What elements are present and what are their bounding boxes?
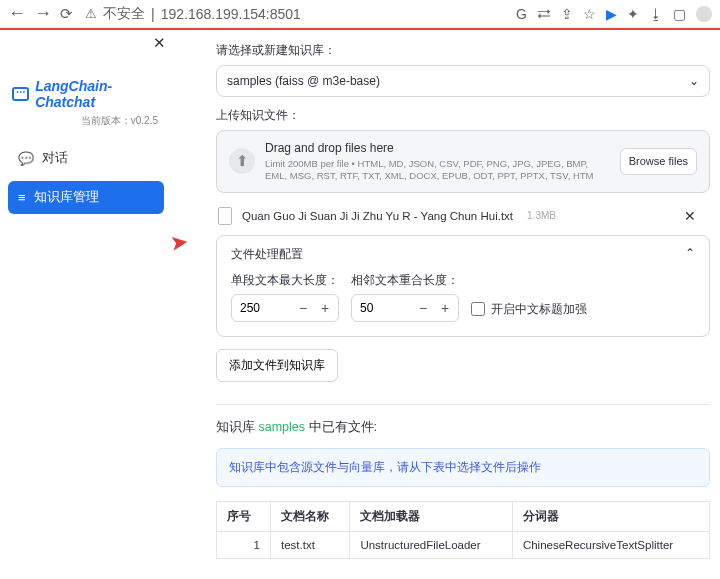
- overlap-input[interactable]: [352, 301, 412, 315]
- minus-button[interactable]: −: [412, 300, 434, 316]
- copy-icon[interactable]: ▢: [673, 6, 686, 22]
- overlap-stepper[interactable]: − +: [351, 294, 459, 322]
- col-index: 序号: [217, 501, 271, 531]
- sidebar: ✕ LangChain-Chatchat 当前版本：v0.2.5 💬 对话 ≡ …: [0, 30, 172, 579]
- browse-files-button[interactable]: Browse files: [620, 148, 697, 175]
- translate-icon[interactable]: ⮂: [537, 6, 551, 22]
- insecure-label: 不安全: [103, 5, 145, 23]
- version-label: 当前版本：v0.2.5: [8, 114, 158, 128]
- kb-name-highlight: samples: [258, 420, 305, 434]
- kb-select[interactable]: samples (faiss @ m3e-base) ⌄: [216, 65, 710, 97]
- cell-splitter: ChineseRecursiveTextSplitter: [512, 531, 709, 558]
- brand-logo: LangChain-Chatchat: [12, 78, 164, 110]
- close-sidebar-icon[interactable]: ✕: [153, 34, 166, 52]
- divider: [216, 404, 710, 405]
- max-len-stepper[interactable]: − +: [231, 294, 339, 322]
- reload-button[interactable]: ⟳: [60, 5, 73, 23]
- chevron-down-icon: ⌄: [689, 74, 699, 88]
- minus-button[interactable]: −: [292, 300, 314, 316]
- puzzle-icon[interactable]: ✦: [627, 6, 639, 22]
- plus-button[interactable]: +: [314, 300, 336, 316]
- forward-button[interactable]: →: [34, 3, 52, 24]
- google-icon[interactable]: G: [516, 6, 527, 22]
- cn-title-enhance-checkbox[interactable]: 开启中文标题加强: [471, 301, 587, 318]
- collapse-icon[interactable]: ⌃: [685, 246, 695, 263]
- upload-cloud-icon: ⬆: [229, 148, 255, 174]
- col-splitter: 分词器: [512, 501, 709, 531]
- uploaded-file-row: Quan Guo Ji Suan Ji Ji Zhu Yu R - Yang C…: [216, 203, 710, 235]
- brand-text: LangChain-Chatchat: [35, 78, 164, 110]
- file-name: Quan Guo Ji Suan Ji Ji Zhu Yu R - Yang C…: [242, 210, 513, 222]
- chat-icon: [12, 87, 29, 101]
- url-field[interactable]: ⚠ 不安全 | 192.168.199.154:8501: [85, 5, 301, 23]
- add-to-kb-button[interactable]: 添加文件到知识库: [216, 349, 338, 382]
- file-config-panel: 文件处理配置 ⌃ 单段文本最大长度： − + 相邻文本重合长度： −: [216, 235, 710, 337]
- browser-extension-icons: G ⮂ ⇪ ☆ ▶ ✦ ⭳ ▢: [516, 6, 712, 22]
- main-content: ➤ ➤ 请选择或新建知识库： samples (faiss @ m3e-base…: [172, 30, 720, 579]
- file-dropzone[interactable]: ⬆ Drag and drop files here Limit 200MB p…: [216, 130, 710, 193]
- checkbox-label: 开启中文标题加强: [491, 301, 587, 318]
- stack-icon: ≡: [18, 190, 26, 205]
- remove-file-button[interactable]: ✕: [684, 208, 710, 224]
- url-text: 192.168.199.154:8501: [161, 6, 301, 22]
- info-banner: 知识库中包含源文件与向量库，请从下表中选择文件后操作: [216, 448, 710, 487]
- cell-index: 1: [217, 531, 271, 558]
- download-icon[interactable]: ⭳: [649, 6, 663, 22]
- max-len-label: 单段文本最大长度：: [231, 273, 339, 288]
- upload-label: 上传知识文件：: [216, 107, 710, 124]
- browser-address-bar: ← → ⟳ ⚠ 不安全 | 192.168.199.154:8501 G ⮂ ⇪…: [0, 0, 720, 28]
- existing-files-heading: 知识库 samples 中已有文件:: [216, 419, 710, 436]
- share-icon[interactable]: ⇪: [561, 6, 573, 22]
- max-len-input[interactable]: [232, 301, 292, 315]
- cell-loader: UnstructuredFileLoader: [350, 531, 513, 558]
- col-loader: 文档加载器: [350, 501, 513, 531]
- file-icon: [218, 207, 232, 225]
- cell-name: test.txt: [271, 531, 350, 558]
- kb-select-value: samples (faiss @ m3e-base): [227, 74, 380, 88]
- panel-title: 文件处理配置: [231, 246, 303, 263]
- dropzone-subtext: Limit 200MB per file • HTML, MD, JSON, C…: [265, 158, 610, 182]
- annotation-arrow-icon: ➤: [172, 229, 190, 257]
- files-table: 序号 文档名称 文档加载器 分词器 1 test.txt Unstructure…: [216, 501, 710, 559]
- nav-kb-manage[interactable]: ≡ 知识库管理: [8, 181, 164, 214]
- play-icon[interactable]: ▶: [606, 6, 617, 22]
- nav-chat-label: 对话: [42, 150, 68, 167]
- table-row[interactable]: 1 test.txt UnstructuredFileLoader Chines…: [217, 531, 710, 558]
- profile-icon[interactable]: [696, 6, 712, 22]
- dropzone-heading: Drag and drop files here: [265, 141, 610, 155]
- col-name: 文档名称: [271, 501, 350, 531]
- nav-kb-label: 知识库管理: [34, 189, 99, 206]
- overlap-label: 相邻文本重合长度：: [351, 273, 459, 288]
- plus-button[interactable]: +: [434, 300, 456, 316]
- select-kb-label: 请选择或新建知识库：: [216, 42, 710, 59]
- checkbox-input[interactable]: [471, 302, 485, 316]
- back-button[interactable]: ←: [8, 3, 26, 24]
- nav-chat[interactable]: 💬 对话: [8, 142, 164, 175]
- bookmark-icon[interactable]: ☆: [583, 6, 596, 22]
- insecure-icon: ⚠: [85, 6, 97, 21]
- speech-icon: 💬: [18, 151, 34, 166]
- file-size: 1.3MB: [527, 210, 556, 221]
